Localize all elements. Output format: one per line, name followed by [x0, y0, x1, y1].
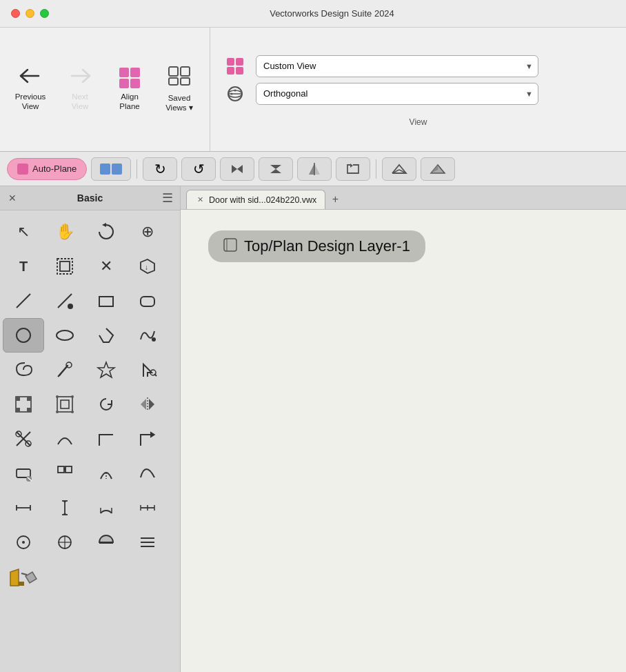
corner-tool[interactable]: [85, 422, 127, 456]
next-view-icon: [69, 67, 91, 88]
svg-line-36: [58, 374, 61, 377]
svg-text:↓: ↓: [145, 264, 148, 271]
dim-chain-tool[interactable]: [127, 491, 168, 525]
add-tab-button[interactable]: +: [327, 191, 343, 208]
move-node-tool[interactable]: [44, 456, 85, 491]
svg-rect-9: [236, 67, 243, 75]
svg-line-26: [17, 294, 30, 308]
rotate-cw-button[interactable]: ↻: [143, 157, 177, 181]
eyedropper-tool[interactable]: [44, 353, 85, 387]
projection-select[interactable]: Orthogonal Perspective Cavalier Oblique: [256, 83, 538, 105]
line-tool[interactable]: [3, 284, 44, 318]
star-tool[interactable]: [85, 353, 127, 387]
flip-tool[interactable]: [127, 387, 168, 422]
projection-dropdown-wrapper[interactable]: Orthogonal Perspective Cavalier Oblique …: [256, 83, 538, 105]
pointer-smart-tool[interactable]: [127, 353, 168, 387]
document-tab[interactable]: ✕ Door with sid...024b220.vwx: [186, 190, 325, 209]
spline-tool[interactable]: [127, 456, 168, 491]
3d-select-tool[interactable]: ↓: [127, 249, 168, 284]
rotate-ccw-button[interactable]: ↺: [181, 157, 216, 181]
toolbar-nav-group: PreviousView NextView AlignPlane: [0, 28, 210, 151]
svg-point-48: [71, 395, 74, 398]
view-grid-icon-button[interactable]: [221, 52, 249, 80]
rotate-view-tool[interactable]: [85, 215, 127, 249]
half-circle-tool[interactable]: [85, 525, 127, 560]
svg-rect-62: [65, 466, 72, 473]
view-section-label: View: [221, 115, 615, 127]
close-button[interactable]: [11, 9, 20, 18]
next-view-button[interactable]: NextView: [55, 41, 105, 138]
custom-view-dropdown-wrapper[interactable]: Custom View Top/Plan Front Back Left Rig…: [256, 55, 538, 77]
pan-tool[interactable]: ✋: [44, 215, 85, 249]
dim-linear-tool[interactable]: [3, 491, 44, 525]
svg-point-31: [17, 328, 30, 342]
mirror-button[interactable]: [297, 157, 332, 181]
rotate-tool[interactable]: [85, 387, 127, 422]
ellipse-tool[interactable]: [44, 318, 85, 353]
circle-mark-tool[interactable]: [44, 525, 85, 560]
maximize-button[interactable]: [40, 9, 49, 18]
3d-wireframe-button[interactable]: [382, 157, 416, 181]
select-tool[interactable]: ↖: [3, 215, 44, 249]
rectangle-tool[interactable]: [85, 284, 127, 318]
plane-mode-button[interactable]: [91, 157, 131, 181]
modebar: Auto-Plane ↻ ↺: [0, 152, 626, 186]
svg-rect-5: [181, 78, 190, 85]
align-plane-button[interactable]: AlignPlane: [105, 41, 154, 138]
viewport-tool[interactable]: [44, 387, 85, 422]
reset-button[interactable]: [336, 157, 370, 181]
spiral-tool[interactable]: [3, 353, 44, 387]
zoom-tool[interactable]: ⊕: [127, 215, 168, 249]
flip-h-button[interactable]: [220, 157, 254, 181]
dim-arc-tool[interactable]: [85, 491, 127, 525]
circle-center-tool[interactable]: [3, 525, 44, 560]
arrow-corner-tool[interactable]: [127, 422, 168, 456]
sidebar-close-button[interactable]: ✕: [7, 192, 18, 204]
toolbar: PreviousView NextView AlignPlane: [0, 28, 626, 152]
svg-rect-7: [236, 58, 243, 66]
rounded-rect-tool[interactable]: [127, 284, 168, 318]
svg-point-47: [56, 395, 59, 398]
curve-tool[interactable]: [44, 422, 85, 456]
circle-tool[interactable]: [3, 318, 44, 353]
window-controls[interactable]: [11, 9, 49, 18]
dim-v-tool[interactable]: [44, 491, 85, 525]
transform-tool[interactable]: [3, 387, 44, 422]
svg-point-32: [57, 330, 73, 340]
minimize-button[interactable]: [26, 9, 34, 18]
delete-tool[interactable]: ✕: [85, 249, 127, 284]
section-tool[interactable]: [127, 525, 168, 560]
polygon-tool[interactable]: [85, 318, 127, 353]
select-similar-tool[interactable]: [44, 249, 85, 284]
svg-rect-86: [19, 582, 24, 586]
previous-view-button[interactable]: PreviousView: [6, 41, 55, 138]
autoplane-icon: [17, 164, 28, 175]
svg-marker-53: [149, 399, 154, 410]
saved-views-button[interactable]: SavedViews ▾: [154, 41, 204, 138]
projection-icon-button[interactable]: [221, 80, 249, 108]
3d-solid-button[interactable]: [421, 157, 455, 181]
separator-1: [137, 159, 137, 179]
autoplane-pill[interactable]: Auto-Plane: [7, 158, 87, 180]
svg-rect-61: [58, 466, 64, 473]
text-tool[interactable]: T: [3, 249, 44, 284]
sidebar-title: Basic: [77, 192, 103, 204]
svg-rect-23: [60, 261, 70, 271]
freeform-tool[interactable]: [127, 318, 168, 353]
paint-tool[interactable]: [3, 560, 44, 594]
svg-rect-3: [181, 67, 190, 76]
eraser-tool[interactable]: [3, 456, 44, 491]
tab-close-button[interactable]: ✕: [195, 195, 205, 205]
custom-view-select[interactable]: Custom View Top/Plan Front Back Left Rig…: [256, 55, 538, 77]
sidebar-menu-button[interactable]: ☰: [162, 190, 173, 206]
arc-tool[interactable]: [85, 456, 127, 491]
svg-rect-8: [227, 67, 234, 75]
custom-view-row: Custom View Top/Plan Front Back Left Rig…: [221, 52, 538, 80]
projection-row: Orthogonal Perspective Cavalier Oblique …: [221, 80, 538, 108]
svg-rect-2: [169, 67, 178, 76]
svg-rect-15: [100, 164, 110, 175]
autoplane-label: Auto-Plane: [32, 164, 77, 174]
flip-v-button[interactable]: [259, 157, 293, 181]
constrained-line-tool[interactable]: [44, 284, 85, 318]
scissors-tool[interactable]: [3, 422, 44, 456]
